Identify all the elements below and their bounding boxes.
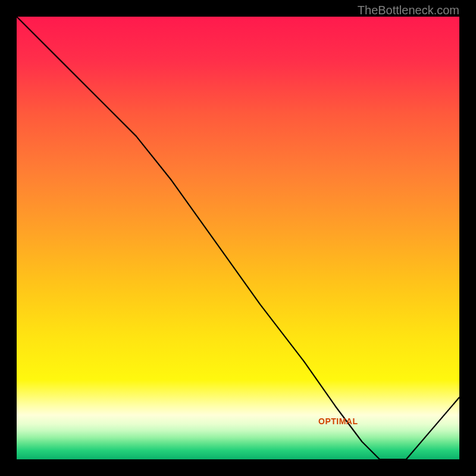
chart-svg [17, 17, 459, 459]
optimal-annotation: OPTIMAL [318, 416, 358, 426]
attribution-text: TheBottleneck.com [358, 4, 459, 17]
chart-container: TheBottleneck.com OPTIMAL [0, 0, 476, 476]
plot-area [17, 17, 459, 459]
